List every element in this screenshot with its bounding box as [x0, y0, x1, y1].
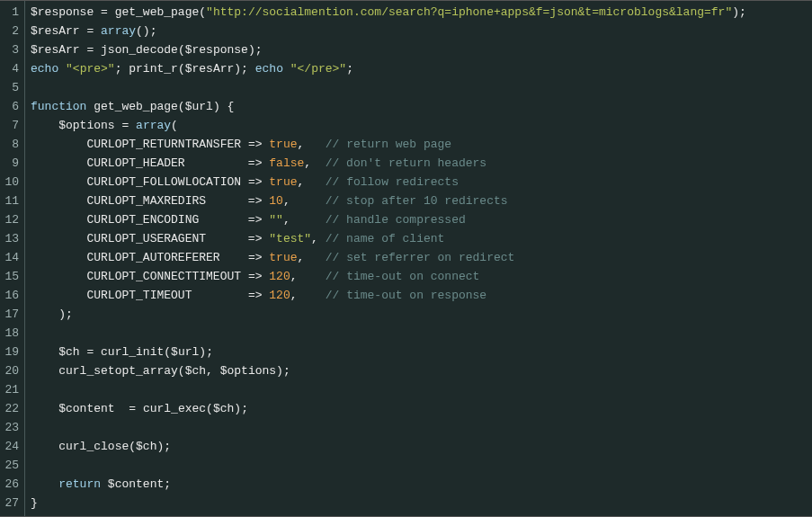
token-punc: (: [178, 43, 185, 57]
code-line[interactable]: [31, 418, 812, 437]
line-number: 1: [2, 3, 19, 22]
token-plain: [129, 119, 136, 132]
token-var: $ch: [213, 402, 234, 415]
code-line[interactable]: curl_close($ch);: [31, 437, 812, 456]
code-line[interactable]: [31, 380, 812, 399]
line-number: 9: [2, 154, 19, 173]
token-cmt: // don't return headers: [326, 156, 486, 170]
token-var: $response: [185, 43, 248, 57]
token-num: 120: [269, 270, 290, 283]
token-plain: [206, 194, 248, 208]
token-punc: }: [31, 496, 38, 510]
token-punc: {: [228, 100, 235, 113]
code-line[interactable]: CURLOPT_TIMEOUT => 120, // time-out on r…: [31, 286, 812, 305]
code-line[interactable]: CURLOPT_ENCODING => "", // handle compre…: [31, 210, 812, 229]
token-punc: (: [171, 119, 178, 132]
token-plain: [115, 402, 129, 415]
token-cmt: // time-out on connect: [326, 270, 480, 283]
token-kw: array: [136, 119, 171, 132]
line-number: 8: [2, 135, 19, 154]
token-cmt: // stop after 10 redirects: [326, 194, 508, 208]
code-line[interactable]: function get_web_page($url) {: [31, 97, 812, 116]
token-num: 120: [269, 289, 290, 302]
token-var: $ch: [185, 364, 206, 378]
token-var: $url: [171, 345, 199, 359]
line-number: 17: [2, 305, 19, 324]
code-line[interactable]: return $content;: [31, 475, 812, 494]
token-call: curl_close: [58, 440, 129, 453]
code-line[interactable]: CURLOPT_MAXREDIRS => 10, // stop after 1…: [31, 192, 812, 210]
token-plain: [298, 289, 326, 302]
token-bool: true: [269, 138, 297, 151]
token-bool: true: [269, 251, 297, 264]
token-punc: ;: [241, 402, 248, 415]
token-plain: [220, 251, 248, 264]
code-line[interactable]: [31, 324, 812, 343]
code-line[interactable]: $response = get_web_page("http://socialm…: [31, 3, 812, 22]
token-punc: ;: [206, 345, 213, 359]
token-plain: [31, 251, 86, 264]
token-plain: [31, 440, 58, 453]
line-number: 10: [2, 173, 19, 192]
code-area[interactable]: $response = get_web_page("http://socialm…: [25, 1, 812, 516]
token-plain: [31, 477, 58, 491]
token-punc: (: [164, 345, 171, 359]
code-line[interactable]: $ch = curl_init($url);: [31, 343, 812, 361]
token-kw: echo: [31, 62, 58, 76]
token-plain: [31, 119, 58, 132]
line-number-gutter: 1234567891011121314151617181920212223242…: [0, 1, 25, 516]
token-punc: ): [234, 62, 241, 76]
line-number: 23: [2, 418, 19, 437]
token-const: CURLOPT_USERAGENT: [86, 232, 206, 245]
code-line[interactable]: );: [31, 305, 812, 324]
code-line[interactable]: $resArr = json_decode($response);: [31, 40, 812, 59]
code-line[interactable]: curl_setopt_array($ch, $options);: [31, 361, 812, 380]
token-const: CURLOPT_HEADER: [86, 156, 184, 170]
token-plain: [248, 62, 255, 76]
code-line[interactable]: $options = array(: [31, 116, 812, 135]
token-plain: [31, 402, 58, 415]
code-line[interactable]: CURLOPT_CONNECTTIMEOUT => 120, // time-o…: [31, 267, 812, 286]
token-plain: [199, 213, 248, 227]
token-op: =>: [248, 138, 263, 151]
token-op: =>: [248, 289, 263, 302]
line-number: 19: [2, 343, 19, 361]
token-var: $resArr: [31, 43, 80, 57]
token-const: CURLOPT_TIMEOUT: [86, 289, 192, 302]
token-plain: [31, 289, 86, 302]
token-var: $resArr: [185, 62, 235, 76]
code-line[interactable]: CURLOPT_USERAGENT => "test", // name of …: [31, 229, 812, 248]
token-kw: return: [58, 477, 101, 491]
code-line[interactable]: $content = curl_exec($ch);: [31, 399, 812, 418]
code-line[interactable]: [31, 78, 812, 97]
line-number: 24: [2, 437, 19, 456]
token-punc: ;: [255, 43, 263, 57]
line-number: 12: [2, 210, 19, 229]
line-number: 25: [2, 456, 19, 475]
code-line[interactable]: CURLOPT_RETURNTRANSFER => true, // retur…: [31, 135, 812, 154]
code-editor[interactable]: 1234567891011121314151617181920212223242…: [0, 1, 812, 516]
code-line[interactable]: CURLOPT_AUTOREFERER => true, // set refe…: [31, 248, 812, 267]
token-cmt: // return web page: [326, 138, 451, 151]
code-line[interactable]: CURLOPT_FOLLOWLOCATION => true, // follo…: [31, 173, 812, 192]
code-line[interactable]: $resArr = array();: [31, 22, 812, 40]
token-cmt: // set referrer on redirect: [326, 251, 515, 264]
token-punc: ,: [304, 156, 311, 170]
token-str: "test": [269, 232, 311, 245]
token-plain: [241, 270, 248, 283]
token-plain: [31, 308, 58, 321]
token-plain: [318, 232, 326, 245]
token-var: $ch: [58, 345, 79, 359]
token-punc: ,: [283, 213, 290, 227]
token-punc: ): [199, 345, 206, 359]
code-line[interactable]: echo "<pre>"; print_r($resArr); echo "</…: [31, 59, 812, 78]
token-plain: [290, 213, 326, 227]
token-punc: ;: [283, 364, 290, 378]
token-plain: [192, 289, 247, 302]
code-line[interactable]: [31, 456, 812, 475]
token-punc: ): [234, 402, 241, 415]
token-punc: ,: [290, 270, 298, 283]
token-plain: [31, 194, 86, 208]
code-line[interactable]: CURLOPT_HEADER => false, // don't return…: [31, 154, 812, 173]
code-line[interactable]: }: [31, 494, 812, 513]
